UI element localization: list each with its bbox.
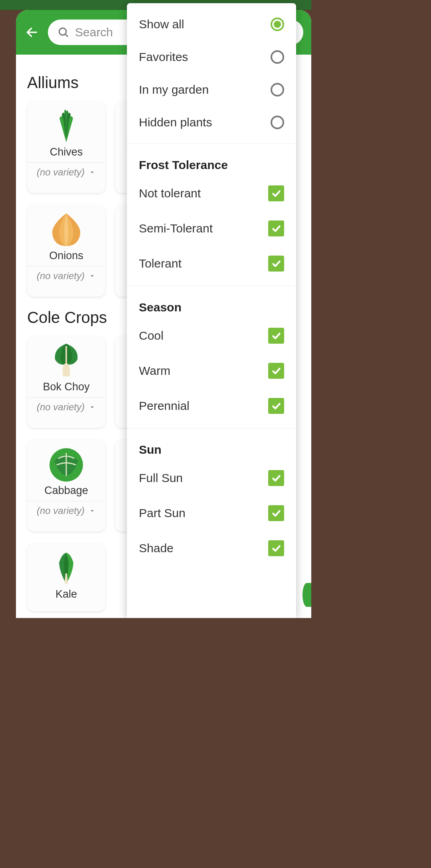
filter-group-season: Season Cool Warm Perennial [127, 286, 296, 429]
plant-name: Kale [55, 587, 77, 604]
filter-check-semi-tolerant[interactable]: Semi-Tolerant [127, 211, 296, 246]
radio-icon [271, 83, 284, 96]
checkbox-checked-icon [268, 398, 284, 414]
plant-card-cabbage[interactable]: Cabbage (no variety) [27, 440, 105, 531]
filter-radio-favorites[interactable]: Favorites [127, 41, 296, 73]
radio-selected-icon [271, 18, 284, 31]
plant-icon-onion [46, 205, 86, 248]
plant-card-kale[interactable]: Kale [27, 543, 105, 611]
checkbox-checked-icon [268, 256, 284, 272]
svg-point-1 [59, 28, 66, 35]
variety-select[interactable]: (no variety) [27, 266, 105, 287]
filter-radio-show-all[interactable]: Show all [127, 8, 296, 41]
filter-radio-hidden-plants[interactable]: Hidden plants [127, 106, 296, 139]
filter-group-sun: Sun Full Sun Part Sun Shade [127, 429, 296, 571]
filter-mode-group: Show all Favorites In my garden Hidden p… [127, 3, 296, 144]
filter-check-tolerant[interactable]: Tolerant [127, 246, 296, 281]
checkbox-checked-icon [268, 220, 284, 236]
search-icon [57, 26, 69, 38]
filter-group-frost: Frost Tolerance Not tolerant Semi-Tolera… [127, 144, 296, 286]
filter-radio-in-my-garden[interactable]: In my garden [127, 73, 296, 106]
caret-down-icon [89, 169, 96, 176]
plant-icon-bokchoy [49, 336, 83, 379]
plant-name: Bok Choy [43, 379, 89, 397]
checkbox-checked-icon [268, 540, 284, 556]
filter-heading: Season [127, 291, 296, 318]
filter-check-perennial[interactable]: Perennial [127, 388, 296, 423]
radio-icon [271, 116, 284, 129]
filter-heading: Sun [127, 433, 296, 461]
plant-icon-chives [52, 101, 80, 144]
variety-select[interactable]: (no variety) [27, 397, 105, 418]
arrow-left-icon [25, 26, 39, 39]
plant-icon-kale [50, 543, 82, 587]
plant-card-chives[interactable]: Chives (no variety) [27, 101, 105, 193]
filter-check-cool[interactable]: Cool [127, 318, 296, 353]
variety-select[interactable]: (no variety) [27, 501, 105, 522]
svg-line-2 [65, 34, 68, 37]
fab-button[interactable] [302, 583, 311, 607]
checkbox-checked-icon [268, 328, 284, 344]
filter-check-full-sun[interactable]: Full Sun [127, 461, 296, 496]
plant-card-bokchoy[interactable]: Bok Choy (no variety) [27, 336, 105, 428]
caret-down-icon [89, 507, 96, 514]
back-button[interactable] [24, 24, 40, 40]
radio-icon [271, 50, 284, 64]
filter-check-warm[interactable]: Warm [127, 353, 296, 388]
plant-card-onions[interactable]: Onions (no variety) [27, 205, 105, 297]
plant-name: Onions [49, 248, 83, 266]
filter-check-shade[interactable]: Shade [127, 531, 296, 566]
caret-down-icon [89, 403, 96, 411]
filter-check-not-tolerant[interactable]: Not tolerant [127, 176, 296, 211]
plant-name: Chives [50, 144, 83, 162]
caret-down-icon [89, 272, 96, 279]
checkbox-checked-icon [268, 363, 284, 379]
filter-heading: Frost Tolerance [127, 149, 296, 176]
checkbox-checked-icon [268, 185, 284, 201]
plant-icon-cabbage [46, 440, 86, 483]
search-placeholder: Search [75, 26, 113, 39]
variety-select[interactable]: (no variety) [27, 162, 105, 183]
checkbox-checked-icon [268, 470, 284, 486]
filter-menu: Show all Favorites In my garden Hidden p… [127, 3, 296, 618]
filter-check-part-sun[interactable]: Part Sun [127, 496, 296, 531]
checkbox-checked-icon [268, 505, 284, 521]
plant-name: Cabbage [44, 483, 88, 501]
